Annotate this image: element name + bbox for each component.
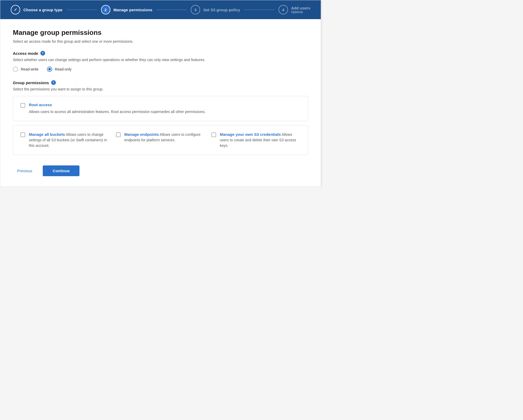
step-2-label: Manage permissions	[114, 8, 152, 12]
step-2-circle: 2	[101, 5, 110, 14]
wizard-header: ✓ Choose a group type 2 Manage permissio…	[0, 0, 321, 19]
root-access-content: Root access Allows users to access all a…	[29, 103, 206, 115]
step-4: 4 Add users Optional	[279, 5, 310, 14]
group-permissions-section-label: Group permissions ?	[13, 80, 308, 85]
manage-endpoints-name: Manage endpoints	[124, 132, 159, 137]
step-2: 2 Manage permissions	[101, 5, 152, 14]
manage-s3-credentials-content: Manage your own S3 credentials Allows us…	[220, 132, 301, 148]
continue-button[interactable]: Continue	[43, 165, 79, 176]
step-1-text: Choose a group type	[23, 8, 62, 12]
manage-endpoints-content: Manage endpoints Allows users to configu…	[124, 132, 205, 143]
wizard-body: Manage group permissions Select an acces…	[0, 19, 321, 187]
step-3: 3 Set S3 group policy	[191, 5, 240, 14]
root-access-box: Root access Allows users to access all a…	[13, 96, 308, 121]
read-write-label: Read-write	[21, 67, 39, 71]
group-permissions-description: Select the permissions you want to assig…	[13, 87, 308, 91]
step-2-text: Manage permissions	[114, 8, 152, 12]
connector-2-3	[157, 10, 186, 10]
root-access-checkbox[interactable]	[20, 103, 25, 108]
read-only-radio[interactable]	[47, 67, 52, 72]
read-write-option[interactable]: Read-write	[13, 67, 39, 72]
read-only-label: Read-only	[55, 67, 72, 71]
read-write-radio[interactable]	[13, 67, 18, 72]
wizard-footer: Previous Continue	[13, 163, 308, 176]
step-3-text: Set S3 group policy	[203, 8, 240, 12]
step-4-sublabel: Optional	[291, 10, 310, 14]
manage-endpoints-item: Manage endpoints Allows users to configu…	[116, 132, 205, 148]
manage-all-buckets-name: Manage all buckets	[29, 132, 65, 137]
multi-permission-box: Manage all buckets Allows users to chang…	[13, 125, 308, 155]
step-1: ✓ Choose a group type	[11, 5, 62, 14]
manage-s3-credentials-checkbox[interactable]	[211, 132, 216, 137]
connector-3-4	[244, 10, 274, 10]
access-mode-section-label: Access mode ?	[13, 51, 308, 56]
wizard-container: ✓ Choose a group type 2 Manage permissio…	[0, 0, 321, 187]
step-3-circle: 3	[191, 5, 200, 14]
manage-s3-credentials-name: Manage your own S3 credentials	[220, 132, 281, 137]
step-4-text: Add users Optional	[291, 6, 310, 14]
read-only-option[interactable]: Read-only	[47, 67, 72, 72]
connector-1-2	[67, 10, 97, 10]
manage-s3-credentials-item: Manage your own S3 credentials Allows us…	[211, 132, 301, 148]
step-1-label: Choose a group type	[23, 8, 62, 12]
access-mode-description: Select whether users can change settings…	[13, 58, 308, 62]
step-1-circle: ✓	[11, 5, 20, 14]
manage-all-buckets-checkbox[interactable]	[20, 132, 25, 137]
step-4-label: Add users	[291, 6, 310, 10]
root-access-description: Allows users to access all administratio…	[29, 109, 206, 115]
manage-all-buckets-content: Manage all buckets Allows users to chang…	[29, 132, 110, 148]
group-permissions-help-icon[interactable]: ?	[51, 80, 56, 85]
root-access-item: Root access Allows users to access all a…	[20, 103, 301, 115]
step-3-label: Set S3 group policy	[203, 8, 240, 12]
step-4-circle: 4	[279, 5, 288, 14]
access-mode-radio-group: Read-write Read-only	[13, 67, 308, 72]
access-mode-help-icon[interactable]: ?	[40, 51, 45, 56]
manage-endpoints-checkbox[interactable]	[116, 132, 121, 137]
page-title: Manage group permissions	[13, 29, 308, 37]
page-subtitle: Select an access mode for this group and…	[13, 39, 308, 44]
manage-all-buckets-item: Manage all buckets Allows users to chang…	[20, 132, 110, 148]
root-access-name: Root access	[29, 103, 206, 107]
previous-button[interactable]: Previous	[13, 166, 36, 176]
